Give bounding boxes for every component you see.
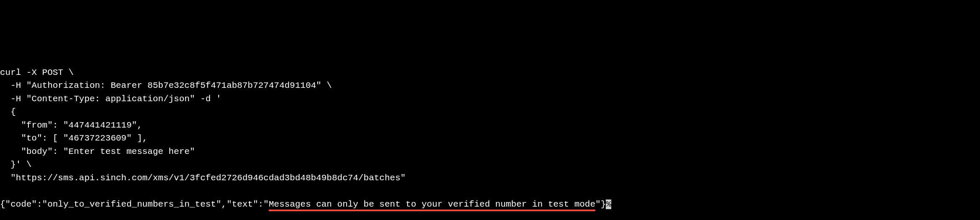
curl-header-auth: -H "Authorization: Bearer 85b7e32c8f5f47… xyxy=(0,81,332,90)
response-json-prefix: {"code":"only_to_verified_numbers_in_tes… xyxy=(0,200,269,209)
json-from-field: "from": "447441421119", xyxy=(0,120,142,130)
json-body-open: { xyxy=(0,107,16,117)
terminal-output: curl -X POST \ -H "Authorization: Bearer… xyxy=(0,53,980,211)
response-error-message: Messages can only be sent to your verifi… xyxy=(269,200,595,211)
shell-cursor-icon: % xyxy=(606,200,611,209)
curl-command-line-1: curl -X POST \ xyxy=(0,68,74,77)
curl-url: "https://sms.api.sinch.com/xms/v1/3fcfed… xyxy=(0,173,406,183)
json-to-field: "to": [ "46737223609" ], xyxy=(0,133,148,143)
json-body-close: }' \ xyxy=(0,160,32,169)
json-body-field: "body": "Enter test message here" xyxy=(0,147,195,156)
curl-header-content-type: -H "Content-Type: application/json" -d ' xyxy=(0,94,221,104)
response-json-suffix: "} xyxy=(595,200,606,209)
